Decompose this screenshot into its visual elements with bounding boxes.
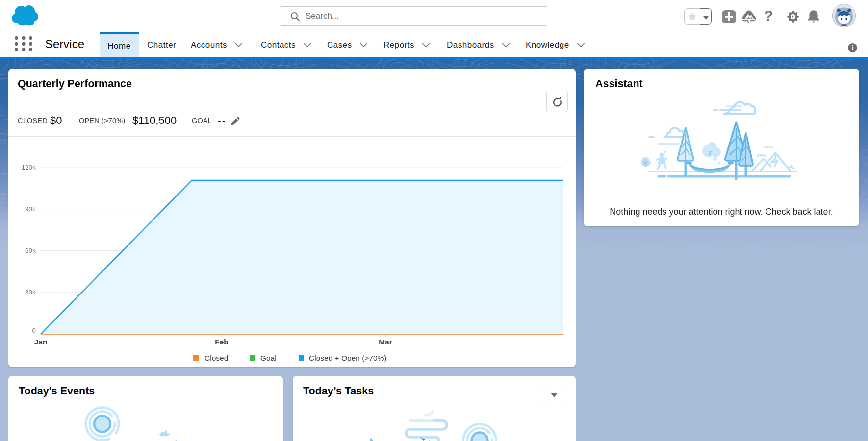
svg-text:30K: 30K xyxy=(25,289,36,296)
svg-text:Goal: Goal xyxy=(260,354,277,362)
svg-text:Mar: Mar xyxy=(379,338,392,346)
svg-text:60K: 60K xyxy=(25,247,36,254)
svg-text:Feb: Feb xyxy=(215,338,229,346)
svg-text:120K: 120K xyxy=(21,164,36,171)
svg-text:0: 0 xyxy=(32,327,36,334)
svg-text:Closed: Closed xyxy=(204,354,228,362)
svg-text:z: z xyxy=(708,148,713,157)
svg-text:90K: 90K xyxy=(25,205,36,213)
svg-text:Jan: Jan xyxy=(34,338,48,346)
svg-text:Closed + Open (>70%): Closed + Open (>70%) xyxy=(309,354,387,362)
